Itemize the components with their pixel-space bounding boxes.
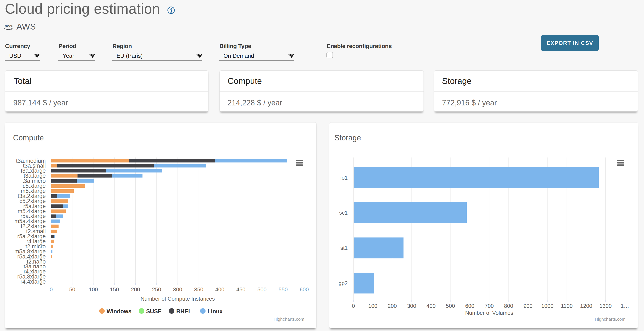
svg-text:Windows: Windows [106, 308, 132, 314]
svg-text:250: 250 [152, 286, 161, 293]
svg-text:r4.4xlarge: r4.4xlarge [20, 278, 46, 285]
svg-text:1000: 1000 [541, 303, 554, 309]
svg-text:Number of Volumes: Number of Volumes [465, 310, 513, 316]
svg-text:300: 300 [173, 286, 182, 293]
svg-text:500: 500 [446, 303, 455, 309]
svg-text:sc1: sc1 [339, 210, 348, 216]
svg-text:RHEL: RHEL [176, 308, 192, 314]
svg-text:SUSE: SUSE [146, 308, 162, 314]
svg-text:550: 550 [278, 286, 288, 293]
svg-text:900: 900 [523, 303, 532, 309]
svg-text:100: 100 [368, 303, 378, 309]
svg-text:800: 800 [504, 303, 513, 309]
svg-text:400: 400 [215, 286, 224, 293]
svg-text:700: 700 [484, 303, 494, 309]
svg-text:0: 0 [352, 303, 355, 309]
svg-text:50: 50 [69, 286, 76, 293]
svg-text:gp2: gp2 [339, 280, 348, 286]
svg-text:Highcharts.com: Highcharts.com [274, 317, 304, 321]
svg-text:0: 0 [50, 286, 53, 293]
svg-text:Linux: Linux [208, 308, 222, 314]
svg-text:450: 450 [236, 286, 245, 293]
svg-text:st1: st1 [340, 245, 348, 251]
svg-text:500: 500 [257, 286, 266, 293]
svg-text:1…: 1… [620, 303, 629, 309]
svg-text:1200: 1200 [580, 303, 592, 309]
svg-text:300: 300 [407, 303, 416, 309]
svg-text:350: 350 [194, 286, 203, 293]
svg-text:600: 600 [465, 303, 474, 309]
svg-text:200: 200 [131, 286, 140, 293]
svg-text:io1: io1 [340, 175, 348, 181]
svg-text:Number of Compute Instances: Number of Compute Instances [140, 295, 215, 302]
svg-text:100: 100 [89, 286, 98, 293]
svg-text:1300: 1300 [600, 303, 612, 309]
svg-text:200: 200 [388, 303, 397, 309]
svg-text:400: 400 [426, 303, 436, 309]
svg-text:Highcharts.com: Highcharts.com [595, 317, 626, 321]
svg-text:600: 600 [300, 286, 309, 293]
svg-text:1100: 1100 [561, 303, 572, 309]
svg-text:150: 150 [110, 286, 119, 293]
svg-text:aws: aws [5, 24, 12, 28]
